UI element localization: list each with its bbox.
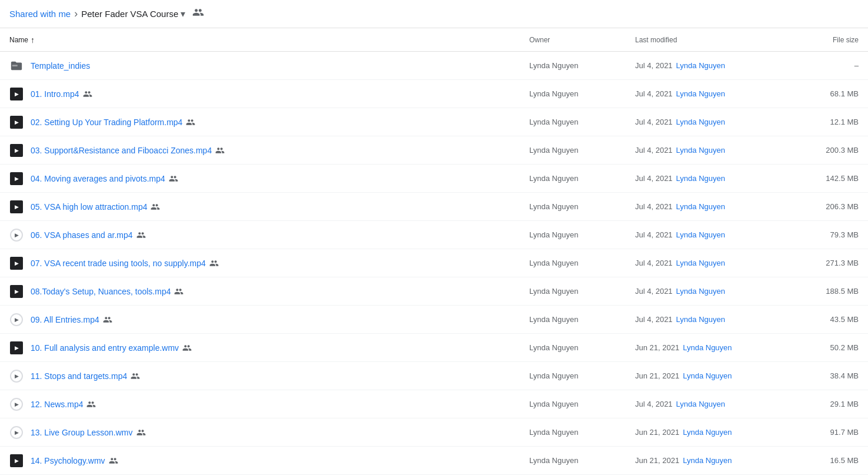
modified-cell: Jul 4, 2021 Lynda Nguyen (635, 118, 800, 126)
modified-by: Lynda Nguyen (676, 61, 725, 70)
file-name-cell: 01. Intro.mp4 (9, 87, 529, 101)
owner-column-header: Owner (529, 36, 635, 44)
table-row[interactable]: 14. Psychology.wmv Lynda Nguyen Jun 21, … (0, 447, 868, 475)
owner-cell: Lynda Nguyen (529, 230, 635, 239)
table-row[interactable]: 08.Today's Setup, Nuances, tools.mp4 Lyn… (0, 277, 868, 306)
file-name-cell: 07. VSA recent trade using tools, no sup… (9, 256, 529, 270)
owner-cell: Lynda Nguyen (529, 89, 635, 98)
modified-column-header: Last modified (635, 36, 800, 44)
modified-date: Jun 21, 2021 (635, 343, 679, 352)
table-row[interactable]: 07. VSA recent trade using tools, no sup… (0, 249, 868, 277)
folder-icon (9, 59, 24, 73)
modified-date: Jul 4, 2021 (635, 146, 673, 155)
file-name: 03. Support&Resistance and Fiboacci Zone… (31, 146, 225, 155)
video-file-icon (9, 397, 24, 411)
modified-cell: Jul 4, 2021 Lynda Nguyen (635, 315, 800, 324)
shared-icon (83, 89, 92, 99)
owner-cell: Lynda Nguyen (529, 400, 635, 408)
owner-cell: Lynda Nguyen (529, 174, 635, 183)
video-file-icon (9, 256, 24, 270)
table-row[interactable]: 06. VSA phases and ar.mp4 Lynda Nguyen J… (0, 221, 868, 249)
file-name-cell: 11. Stops and targets.mp4 (9, 369, 529, 383)
modified-by: Lynda Nguyen (676, 146, 725, 155)
shared-icon (215, 146, 225, 155)
file-name: 02. Setting Up Your Trading Platform.mp4 (31, 118, 195, 127)
breadcrumb-separator: › (74, 8, 78, 20)
table-row[interactable]: Template_indies Lynda Nguyen Jul 4, 2021… (0, 52, 868, 80)
file-name: 10. Full analysis and entry example.wmv (31, 343, 192, 353)
table-row[interactable]: 05. VSA high low attraction.mp4 Lynda Ng… (0, 193, 868, 221)
file-name: 06. VSA phases and ar.mp4 (31, 230, 146, 240)
owner-cell: Lynda Nguyen (529, 61, 635, 70)
file-name: 09. All Entries.mp4 (31, 315, 112, 324)
file-size: 200.3 MB (800, 146, 859, 155)
modified-by: Lynda Nguyen (683, 343, 732, 352)
shared-icon (109, 456, 118, 465)
file-size: 142.5 MB (800, 174, 859, 183)
owner-cell: Lynda Nguyen (529, 146, 635, 155)
shared-icon (136, 428, 146, 437)
modified-date: Jun 21, 2021 (635, 428, 679, 437)
video-file-icon (9, 87, 24, 101)
modified-cell: Jun 21, 2021 Lynda Nguyen (635, 343, 800, 352)
file-name: 04. Moving averages and pivots.mp4 (31, 174, 178, 183)
modified-by: Lynda Nguyen (676, 287, 725, 296)
table-row[interactable]: 11. Stops and targets.mp4 Lynda Nguyen J… (0, 362, 868, 390)
shared-icon (136, 230, 146, 240)
table-row[interactable]: 12. News.mp4 Lynda Nguyen Jul 4, 2021 Ly… (0, 390, 868, 418)
modified-date: Jul 4, 2021 (635, 230, 673, 239)
owner-cell: Lynda Nguyen (529, 343, 635, 352)
table-row[interactable]: 13. Live Group Lesson.wmv Lynda Nguyen J… (0, 418, 868, 447)
name-column-header[interactable]: Name ↑ (9, 35, 529, 45)
file-name-cell: Template_indies (9, 59, 529, 73)
owner-cell: Lynda Nguyen (529, 202, 635, 211)
video-file-icon (9, 454, 24, 468)
shared-with-me-link[interactable]: Shared with me (9, 9, 71, 19)
file-size: 50.2 MB (800, 343, 859, 352)
file-size: 79.3 MB (800, 230, 859, 239)
file-size: 12.1 MB (800, 118, 859, 126)
breadcrumb-current: Peter Fader VSA Course ▾ (81, 8, 185, 19)
current-folder-name: Peter Fader VSA Course (81, 9, 178, 19)
video-file-icon (9, 369, 24, 383)
folder-dropdown-icon[interactable]: ▾ (181, 8, 185, 19)
modified-date: Jul 4, 2021 (635, 400, 673, 408)
table-row[interactable]: 09. All Entries.mp4 Lynda Nguyen Jul 4, … (0, 306, 868, 334)
share-people-icon[interactable] (192, 6, 204, 21)
modified-cell: Jul 4, 2021 Lynda Nguyen (635, 230, 800, 239)
owner-cell: Lynda Nguyen (529, 118, 635, 126)
modified-by: Lynda Nguyen (676, 118, 725, 126)
file-name: 13. Live Group Lesson.wmv (31, 428, 146, 437)
file-name-cell: 02. Setting Up Your Trading Platform.mp4 (9, 115, 529, 129)
modified-date: Jul 4, 2021 (635, 89, 673, 98)
video-file-icon (9, 228, 24, 242)
owner-cell: Lynda Nguyen (529, 371, 635, 380)
modified-by: Lynda Nguyen (676, 89, 725, 98)
table-row[interactable]: 01. Intro.mp4 Lynda Nguyen Jul 4, 2021 L… (0, 80, 868, 108)
file-size: 43.5 MB (800, 315, 859, 324)
file-size: – (800, 61, 859, 70)
shared-icon (131, 371, 140, 381)
owner-cell: Lynda Nguyen (529, 287, 635, 296)
modified-by: Lynda Nguyen (676, 259, 725, 267)
table-row[interactable]: 10. Full analysis and entry example.wmv … (0, 334, 868, 362)
file-size: 16.5 MB (800, 456, 859, 465)
modified-cell: Jul 4, 2021 Lynda Nguyen (635, 174, 800, 183)
modified-by: Lynda Nguyen (683, 456, 732, 465)
shared-icon (209, 259, 219, 268)
modified-by: Lynda Nguyen (676, 230, 725, 239)
file-name-cell: 04. Moving averages and pivots.mp4 (9, 172, 529, 186)
video-file-icon (9, 172, 24, 186)
file-name-cell: 10. Full analysis and entry example.wmv (9, 341, 529, 355)
file-name: 11. Stops and targets.mp4 (31, 371, 140, 381)
video-file-icon (9, 115, 24, 129)
file-name-cell: 05. VSA high low attraction.mp4 (9, 200, 529, 214)
modified-by: Lynda Nguyen (683, 371, 732, 380)
table-row[interactable]: 02. Setting Up Your Trading Platform.mp4… (0, 108, 868, 136)
modified-by: Lynda Nguyen (676, 400, 725, 408)
table-row[interactable]: 04. Moving averages and pivots.mp4 Lynda… (0, 165, 868, 193)
video-file-icon (9, 341, 24, 355)
shared-icon (169, 174, 178, 183)
table-row[interactable]: 03. Support&Resistance and Fiboacci Zone… (0, 136, 868, 165)
modified-date: Jul 4, 2021 (635, 315, 673, 324)
